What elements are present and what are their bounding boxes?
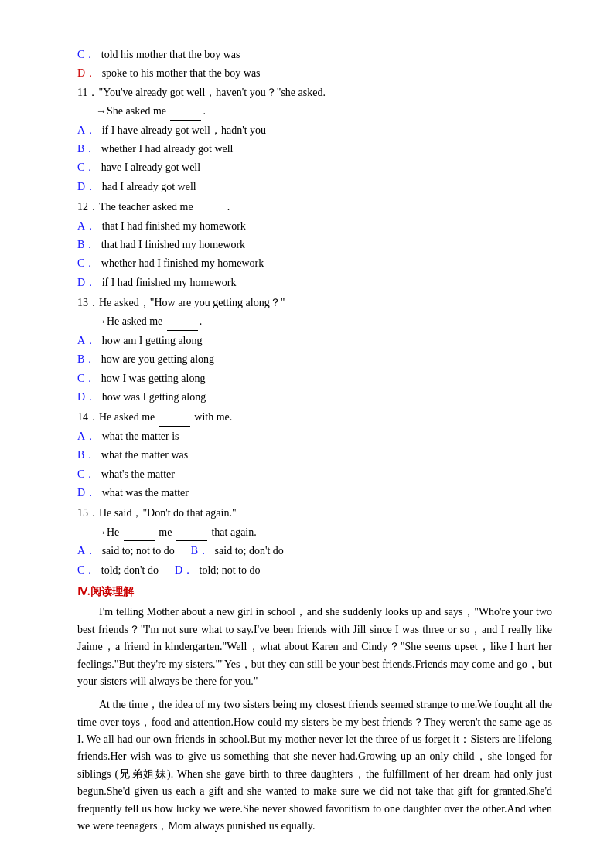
opt-d-label: D． bbox=[77, 181, 96, 192]
q11-optB: B． whether I had already got well bbox=[77, 141, 552, 158]
q11-num: 11． bbox=[77, 84, 98, 101]
q13-arrow: →He asked me . bbox=[77, 313, 552, 330]
q15-arrow: →He me that again. bbox=[77, 524, 552, 541]
opt-d-label: D． bbox=[77, 487, 96, 499]
opt-b-label: B． bbox=[77, 143, 95, 155]
opt-b-label: B． bbox=[77, 449, 95, 461]
opt-a-text: what the matter is bbox=[102, 431, 179, 442]
opt-text: told his mother that the boy was bbox=[101, 49, 240, 60]
opt-a-text: said to; not to do bbox=[102, 545, 175, 557]
q13-blank bbox=[167, 330, 198, 331]
q11-content: "You've already got well，haven't you？"sh… bbox=[98, 84, 325, 101]
opt-c-text: told; don't do bbox=[101, 564, 159, 576]
opt-b-text: whether I had already got well bbox=[101, 143, 234, 155]
opt-b-text: how are you getting along bbox=[101, 353, 214, 365]
question-14: 14． He asked me with me. A． what the mat… bbox=[77, 409, 552, 502]
q11-text: 11． "You've already got well，haven't you… bbox=[77, 84, 552, 101]
option-c-item1: C． told his mother that the boy was bbox=[77, 46, 552, 63]
opt-label-c: C． bbox=[77, 49, 95, 60]
opt-d-text: had I already got well bbox=[102, 181, 196, 192]
q14-optC: C． what's the matter bbox=[77, 466, 552, 483]
opt-d-text: if I had finished my homework bbox=[102, 277, 237, 288]
q12-optB: B． that had I finished my homework bbox=[77, 237, 552, 254]
q13-optD: D． how was I getting along bbox=[77, 389, 552, 406]
para1-text: I'm telling Mother about a new girl in s… bbox=[77, 606, 552, 687]
question-15: 15． He said，"Don't do that again." →He m… bbox=[77, 505, 552, 579]
option-d-item1: D． spoke to his mother that the boy was bbox=[77, 65, 552, 82]
opt-c-text: have I already got well bbox=[101, 162, 200, 173]
q12-content: The teacher asked me. bbox=[99, 199, 230, 216]
q15-blank1 bbox=[124, 540, 155, 541]
q15-opts-row2: C． told; don't do D． told; not to do bbox=[77, 562, 552, 579]
q15-text: 15． He said，"Don't do that again." bbox=[77, 505, 552, 522]
opt-d-label: D． bbox=[77, 277, 96, 288]
q13-optA: A． how am I getting along bbox=[77, 332, 552, 349]
q12-blank bbox=[195, 216, 226, 216]
opt-b-label: B． bbox=[77, 239, 95, 250]
section-iv-header: Ⅳ.阅读理解 bbox=[77, 584, 552, 601]
q13-text: 13． He asked，"How are you getting along？… bbox=[77, 294, 552, 311]
opt-a-label: A． bbox=[77, 220, 96, 232]
opt-c-label: C． bbox=[77, 373, 95, 384]
opt-a-label: A． bbox=[77, 124, 96, 136]
reading-paragraph-2: At the time，the idea of my two sisters b… bbox=[77, 696, 552, 835]
opt-b-label: B． bbox=[77, 353, 95, 365]
reading-paragraph-1: I'm telling Mother about a new girl in s… bbox=[77, 604, 552, 690]
opt-text: spoke to his mother that the boy was bbox=[102, 67, 261, 79]
question-12: 12． The teacher asked me. A． that I had … bbox=[77, 199, 552, 291]
q15-num: 15． bbox=[77, 505, 99, 522]
q14-optD: D． what was the matter bbox=[77, 485, 552, 502]
opt-d-text: what was the matter bbox=[102, 487, 189, 499]
opt-c-text: how I was getting along bbox=[101, 373, 206, 384]
q12-num: 12． bbox=[77, 199, 99, 216]
q14-optA: A． what the matter is bbox=[77, 428, 552, 445]
q14-blank bbox=[159, 426, 190, 427]
opt-d-label: D． bbox=[77, 391, 96, 403]
opt-c-label: C． bbox=[77, 162, 95, 173]
opt-b-text: that had I finished my homework bbox=[101, 239, 245, 250]
q11-optD: D． had I already got well bbox=[77, 179, 552, 196]
q11-optC: C． have I already got well bbox=[77, 159, 552, 176]
opt-d-text: told; not to do bbox=[200, 564, 261, 576]
opt-c-text: whether had I finished my homework bbox=[101, 257, 264, 269]
q14-text: 14． He asked me with me. bbox=[77, 409, 552, 426]
q11-blank bbox=[170, 120, 201, 121]
opt-c-label: C． bbox=[77, 468, 95, 480]
opt-c-label: C． bbox=[77, 257, 95, 269]
opt-a-text: if I have already got well，hadn't you bbox=[102, 124, 266, 136]
q12-optA: A． that I had finished my homework bbox=[77, 218, 552, 235]
q14-num: 14． bbox=[77, 409, 99, 426]
q14-optB: B． what the matter was bbox=[77, 447, 552, 464]
q12-optC: C． whether had I finished my homework bbox=[77, 255, 552, 272]
q11-optA: A． if I have already got well，hadn't you bbox=[77, 122, 552, 139]
q12-text: 12． The teacher asked me. bbox=[77, 199, 552, 216]
q15-content: He said，"Don't do that again." bbox=[99, 505, 237, 522]
opt-label-d: D． bbox=[77, 67, 96, 79]
q13-optC: C． how I was getting along bbox=[77, 370, 552, 387]
question-13: 13． He asked，"How are you getting along？… bbox=[77, 294, 552, 406]
page-content: C． told his mother that the boy was D． s… bbox=[77, 46, 552, 835]
opt-b-label: B． bbox=[191, 545, 209, 557]
opt-a-text: how am I getting along bbox=[102, 335, 203, 346]
opt-a-label: A． bbox=[77, 545, 96, 557]
opt-c-label: C． bbox=[77, 564, 95, 576]
q13-optB: B． how are you getting along bbox=[77, 351, 552, 368]
opt-a-label: A． bbox=[77, 431, 96, 442]
opt-b-text: what the matter was bbox=[101, 449, 188, 461]
q15-blank2 bbox=[176, 540, 207, 541]
q14-content: He asked me with me. bbox=[99, 409, 232, 426]
q12-optD: D． if I had finished my homework bbox=[77, 274, 552, 291]
para2-text: At the time，the idea of my two sisters b… bbox=[77, 699, 552, 832]
section-iv-label: Ⅳ.阅读理解 bbox=[77, 586, 134, 597]
opt-d-text: how was I getting along bbox=[102, 391, 206, 403]
opt-d-label: D． bbox=[175, 564, 193, 576]
opt-c-text: what's the matter bbox=[101, 468, 175, 480]
opt-a-text: that I had finished my homework bbox=[102, 220, 246, 232]
question-11: 11． "You've already got well，haven't you… bbox=[77, 84, 552, 196]
q15-opts-row1: A． said to; not to do B． said to; don't … bbox=[77, 543, 552, 560]
q13-content: He asked，"How are you getting along？" bbox=[99, 294, 285, 311]
q11-arrow: →She asked me . bbox=[77, 103, 552, 120]
opt-b-text: said to; don't do bbox=[215, 545, 284, 557]
q13-num: 13． bbox=[77, 294, 99, 311]
opt-a-label: A． bbox=[77, 335, 96, 346]
